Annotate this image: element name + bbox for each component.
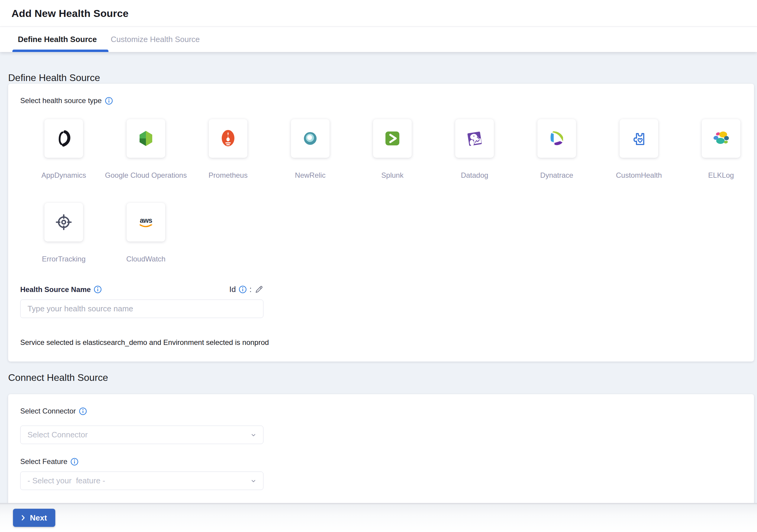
chevron-down-icon <box>250 477 257 485</box>
health-source-option-customhealth: CustomHealth <box>620 119 658 179</box>
datadog-icon <box>465 129 484 148</box>
health-source-label-cloudwatch: CloudWatch <box>126 255 166 263</box>
health-source-card-customhealth[interactable] <box>620 119 658 158</box>
select-connector-placeholder: Select Connector <box>27 430 88 440</box>
active-tab-underline <box>13 49 108 52</box>
health-source-card-splunk[interactable] <box>373 119 412 158</box>
select-feature-label: Select Feature <box>20 457 67 466</box>
health-source-label-dynatrace: Dynatrace <box>540 171 573 179</box>
info-icon[interactable] <box>239 285 247 294</box>
health-source-label-prometheus: Prometheus <box>208 171 247 179</box>
health-source-label-newrelic: NewRelic <box>295 171 325 179</box>
health-source-card-errortracking[interactable] <box>45 203 83 241</box>
tab-define-health-source[interactable]: Define Health Source <box>18 35 97 44</box>
define-section-heading: Define Health Source <box>8 72 757 84</box>
health-source-option-cloudwatch: awsCloudWatch <box>127 203 165 263</box>
health-source-card-prometheus[interactable] <box>209 119 247 158</box>
customhealth-icon <box>629 129 649 148</box>
svg-text:aws: aws <box>140 216 152 224</box>
google-cloud-operations-icon <box>136 129 156 148</box>
health-source-label-google-cloud-operations: Google Cloud Operations <box>105 171 187 179</box>
health-source-label-elklog: ELKLog <box>708 171 734 179</box>
edit-id-pencil-icon[interactable] <box>254 285 263 294</box>
info-icon[interactable] <box>94 285 102 294</box>
next-button-label: Next <box>30 513 47 523</box>
health-source-option-elklog: ELKLog <box>702 119 741 179</box>
select-connector-label: Select Connector <box>20 407 76 415</box>
health-source-card-cloudwatch[interactable]: aws <box>127 203 165 241</box>
select-connector-label-row: Select Connector <box>20 407 754 415</box>
health-source-label-appdynamics: AppDynamics <box>42 171 86 179</box>
health-source-label-errortracking: ErrorTracking <box>42 255 85 263</box>
newrelic-icon <box>301 129 320 148</box>
health-source-label-splunk: Splunk <box>381 171 403 179</box>
page-title: Add New Health Source <box>12 8 129 19</box>
select-feature-placeholder: - Select your feature - <box>27 476 105 485</box>
appdynamics-icon <box>54 129 74 148</box>
connect-section-heading: Connect Health Source <box>8 371 757 384</box>
health-source-option-dynatrace: Dynatrace <box>537 119 576 179</box>
service-environment-text: Service selected is elasticsearch_demo a… <box>20 338 754 347</box>
health-source-name-label: Health Source Name <box>20 285 91 294</box>
connect-health-source-panel: Select Connector Select Connector Select… <box>8 394 754 508</box>
errortracking-icon <box>54 212 74 232</box>
health-source-card-google-cloud-operations[interactable] <box>127 119 165 158</box>
health-source-card-newrelic[interactable] <box>291 119 330 158</box>
id-group: Id : <box>229 285 263 294</box>
health-source-option-newrelic: NewRelic <box>291 119 330 179</box>
health-source-card-appdynamics[interactable] <box>45 119 83 158</box>
dialog-footer: Next <box>0 503 757 532</box>
health-source-name-row: Health Source Name Id : <box>20 285 263 294</box>
health-source-name-input[interactable] <box>20 299 263 318</box>
health-source-option-errortracking: ErrorTracking <box>45 203 83 263</box>
health-source-grid-row-1: AppDynamicsGoogle Cloud OperationsPromet… <box>45 119 754 179</box>
id-colon: : <box>250 285 252 294</box>
health-source-card-elklog[interactable] <box>702 119 741 158</box>
select-feature-dropdown[interactable]: - Select your feature - <box>20 472 263 490</box>
health-source-option-appdynamics: AppDynamics <box>45 119 83 179</box>
elklog-icon <box>712 129 731 148</box>
health-source-name-label-group: Health Source Name <box>20 285 102 294</box>
health-source-option-splunk: Splunk <box>373 119 412 179</box>
cloudwatch-icon: aws <box>136 212 156 232</box>
info-icon[interactable] <box>70 458 78 466</box>
dialog-body: Define Health Source Select health sourc… <box>0 72 757 508</box>
dialog-header: Add New Health Source <box>0 0 757 27</box>
select-source-type-row: Select health source type <box>20 96 754 105</box>
define-health-source-panel: Select health source type AppDynamicsGoo… <box>8 84 754 361</box>
tab-customize-health-source[interactable]: Customize Health Source <box>111 35 200 44</box>
select-source-type-label: Select health source type <box>20 96 102 105</box>
splunk-icon <box>383 129 402 148</box>
health-source-option-prometheus: Prometheus <box>209 119 247 179</box>
next-button[interactable]: Next <box>13 509 55 527</box>
select-feature-label-row: Select Feature <box>20 457 754 466</box>
info-icon[interactable] <box>79 407 87 415</box>
tab-bar: Define Health Source Customize Health So… <box>0 27 757 52</box>
info-icon[interactable] <box>105 97 113 105</box>
health-source-option-google-cloud-operations: Google Cloud Operations <box>127 119 165 179</box>
health-source-card-dynatrace[interactable] <box>537 119 576 158</box>
health-source-label-customhealth: CustomHealth <box>616 171 662 179</box>
health-source-label-datadog: Datadog <box>461 171 488 179</box>
health-source-grid-row-2: ErrorTrackingawsCloudWatch <box>45 203 754 263</box>
dynatrace-icon <box>547 129 566 148</box>
add-health-source-dialog: Add New Health Source Define Health Sour… <box>0 0 757 532</box>
select-connector-dropdown[interactable]: Select Connector <box>20 425 263 444</box>
chevron-down-icon <box>250 431 257 439</box>
prometheus-icon <box>218 129 238 148</box>
health-source-option-datadog: Datadog <box>455 119 494 179</box>
id-label: Id <box>229 285 236 294</box>
chevron-right-icon <box>20 514 27 521</box>
health-source-card-datadog[interactable] <box>455 119 494 158</box>
